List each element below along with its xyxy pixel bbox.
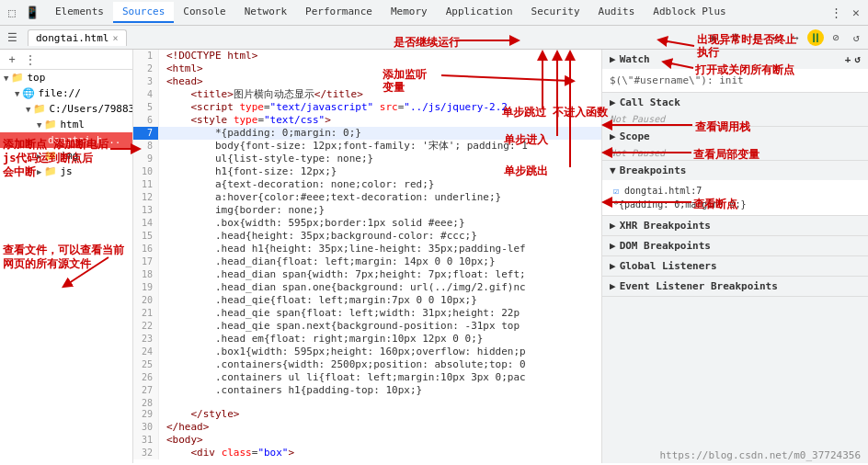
code-line-16: 16 .head h1{height: 35px;line-height: 35… [133, 243, 601, 255]
bottom-url: https://blog.csdn.net/m0_37724356 [659, 449, 861, 461]
scope-section: ▶ Scope Not Paused [602, 127, 868, 161]
reload-icon[interactable]: ↺ [848, 29, 864, 46]
sidebar-item-html[interactable]: ▼ 📁 html [0, 117, 132, 132]
devtools-window: ⬚ 📱 Elements Sources Console Network Per… [0, 0, 868, 465]
sidebar-item-img[interactable]: ▶ 📁 img [0, 148, 132, 164]
resume-btn[interactable]: ▶ [706, 29, 723, 46]
global-listeners-header[interactable]: ▶ Global Listeners [602, 256, 868, 276]
sidebar-item-label: file:// [38, 87, 80, 99]
call-stack-header[interactable]: ▶ Call Stack [602, 93, 868, 112]
right-panel: ▶ Watch + ↺ $(\"#username\"): init ▶ Cal… [601, 50, 868, 463]
code-line-24: 24 .box1{width: 595px;height: 160px;over… [133, 346, 601, 358]
step-out-btn[interactable]: ↪ [787, 29, 804, 46]
sidebar-item-cpath[interactable]: ▼ 📁 C:/Users/79883... [0, 101, 132, 117]
sidebar-item-top[interactable]: ▼ 📁 top [0, 70, 132, 85]
dom-breakpoints-label: DOM Breakpoints [620, 240, 711, 252]
tab-elements[interactable]: Elements [46, 2, 113, 23]
arrow-icon: ▶ [610, 96, 616, 108]
breakpoint-item-2: *{padding: 0;margin: 0;} [610, 198, 861, 211]
arrow-icon: ▶ [610, 240, 616, 252]
code-line-1: 1 <!DOCTYPE html> [133, 50, 601, 62]
main-layout: + ⋮ ▼ 📁 top ▼ 🌐 file:// ▼ 📁 C:/Users/798… [0, 50, 868, 463]
code-line-7: 7 *{padding: 0;margin: 0;} [133, 127, 601, 140]
tab-adblock[interactable]: Adblock Plus [644, 2, 735, 23]
code-line-12: 12 a:hover{color:#eee;text-decoration: u… [133, 191, 601, 204]
folder-icon: 📁 [11, 72, 24, 84]
close-devtools-icon[interactable]: ✕ [848, 5, 864, 21]
sidebar-item-label: img [60, 150, 78, 162]
folder-icon: 📁 [33, 103, 46, 115]
sidebar-item-js[interactable]: ▶ 📁 js [0, 164, 132, 179]
code-line-13: 13 img{border: none;} [133, 204, 601, 217]
file-protocol-icon: 🌐 [22, 87, 35, 99]
dom-breakpoints-header[interactable]: ▶ DOM Breakpoints [602, 236, 868, 255]
step-over-btn[interactable]: ⬇ [747, 29, 763, 46]
breakpoint-item-1: ☑ dongtai.html:7 [610, 184, 861, 198]
code-line-22: 22 .head_qie span.next{background-positi… [133, 320, 601, 333]
tab-console[interactable]: Console [174, 2, 234, 23]
arrow-icon: ▼ [4, 74, 8, 83]
code-line-29: 29 </style> [133, 408, 601, 421]
code-line-4: 4 <title>图片横向动态显示</title> [133, 88, 601, 101]
sidebar-toggle-icon[interactable]: ☰ [4, 29, 20, 46]
sidebar-item-dongtai[interactable]: dongtai.h... [0, 132, 132, 148]
file-tab-name: dongtai.html [36, 32, 108, 44]
arrow-icon: ▶ [610, 220, 616, 232]
code-line-3: 3 <head> [133, 75, 601, 88]
watch-item: $(\"#username\"): init [610, 73, 861, 88]
tab-security[interactable]: Security [522, 2, 589, 23]
device-icon[interactable]: 📱 [24, 5, 40, 21]
step-into-btn[interactable]: ↩ [767, 29, 783, 46]
tab-network[interactable]: Network [235, 2, 296, 23]
sidebar-item-label: js [60, 165, 72, 177]
code-line-30: 30 </head> [133, 421, 601, 434]
file-tab-close[interactable]: × [112, 33, 118, 43]
event-listener-breakpoints-header[interactable]: ▶ Event Listener Breakpoints [602, 277, 868, 296]
global-listeners-label: Global Listeners [620, 260, 717, 272]
tab-audits[interactable]: Audits [589, 2, 645, 23]
code-line-14: 14 .box{width: 595px;border:1px solid #e… [133, 217, 601, 230]
event-listener-breakpoints-section: ▶ Event Listener Breakpoints [602, 277, 868, 297]
tab-performance[interactable]: Performance [296, 2, 382, 23]
sidebar-item-file[interactable]: ▼ 🌐 file:// [0, 85, 132, 101]
pause-btn[interactable]: ⏸ [726, 29, 743, 46]
code-line-9: 9 ul{list-style-type: none;} [133, 153, 601, 165]
scope-header[interactable]: ▶ Scope [602, 127, 868, 146]
scope-status: Not Paused [602, 146, 868, 160]
code-editor[interactable]: 1 <!DOCTYPE html> 2 <html> 3 <head> 4 <t… [133, 50, 601, 463]
watch-item-value: $(\"#username\"): init [610, 74, 744, 86]
devtools-tabs: ⬚ 📱 Elements Sources Console Network Per… [0, 0, 868, 26]
breakpoints-section: ▼ Breakpoints ☑ dongtai.html:7 *{padding… [602, 161, 868, 216]
sidebar-item-label: dongtai.h... [48, 134, 120, 146]
arrow-icon: ▼ [37, 120, 41, 130]
tab-sources[interactable]: Sources [113, 2, 174, 23]
breakpoint-file: dongtai.html:7 [624, 186, 702, 196]
event-listener-breakpoints-label: Event Listener Breakpoints [620, 280, 778, 292]
deactivate-breakpoints-btn[interactable]: ⊘ [828, 29, 844, 46]
inspect-icon[interactable]: ⬚ [4, 5, 20, 21]
breakpoints-header[interactable]: ▼ Breakpoints [602, 161, 868, 180]
arrow-icon: ▶ [610, 280, 616, 292]
pause-on-exception-btn[interactable]: ⏸ [807, 29, 824, 46]
code-line-17: 17 .head_dian{float: left;margin: 14px 0… [133, 255, 601, 268]
arrow-icon: ▼ [610, 164, 616, 176]
code-lines: 1 <!DOCTYPE html> 2 <html> 3 <head> 4 <t… [133, 50, 601, 459]
tab-memory[interactable]: Memory [382, 2, 437, 23]
sidebar-item-label: top [27, 72, 45, 84]
code-line-21: 21 .head_qie span{float: left;width: 31p… [133, 307, 601, 320]
xhr-breakpoints-header[interactable]: ▶ XHR Breakpoints [602, 216, 868, 235]
tab-application[interactable]: Application [437, 2, 522, 23]
sidebar-toolbar: + ⋮ [0, 50, 132, 70]
watch-section-header[interactable]: ▶ Watch + ↺ [602, 50, 868, 69]
sidebar-more-icon[interactable]: ⋮ [22, 51, 39, 68]
sidebar-item-label: html [60, 119, 85, 130]
code-line-32: 32 <div class="box"> [133, 447, 601, 459]
code-line-5: 5 <script type="text/javascript" src="..… [133, 101, 601, 114]
watch-refresh-icon[interactable]: ↺ [854, 53, 861, 65]
watch-add-icon[interactable]: + [845, 53, 851, 65]
breakpoint-checkbox[interactable]: ☑ [613, 186, 619, 196]
more-tools-icon[interactable]: ⋮ [828, 5, 844, 21]
new-snippet-icon[interactable]: + [4, 51, 20, 68]
code-line-20: 20 .head_qie{float: left;margin:7px 0 0 … [133, 294, 601, 307]
file-tab[interactable]: dongtai.html × [28, 29, 127, 46]
